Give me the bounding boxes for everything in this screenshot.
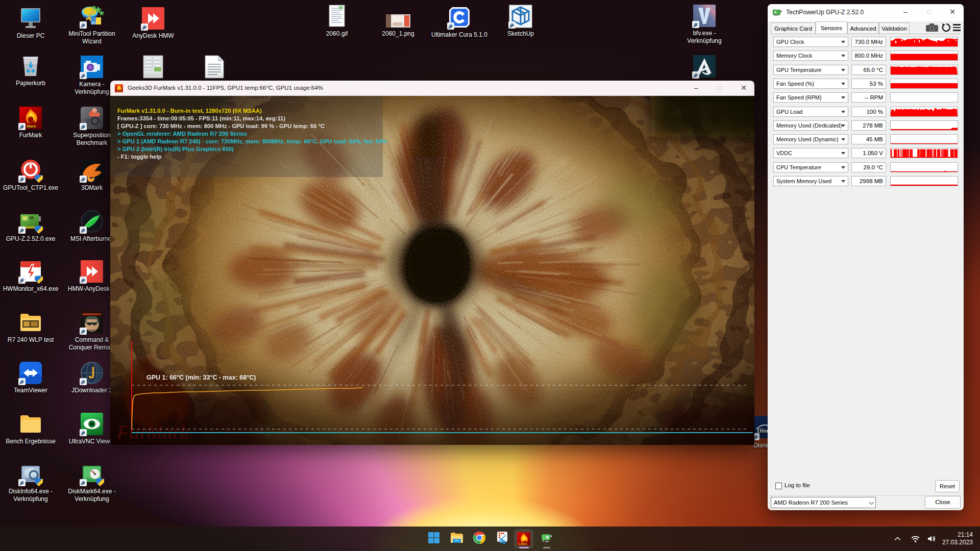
svg-text:FurMark: FurMark: [116, 90, 124, 92]
svg-text:GPU 1: 66°C (min: 33°C - max:: GPU 1: 66°C (min: 33°C - max: 68°C): [146, 374, 256, 381]
svg-text:FurMark: FurMark: [518, 543, 527, 545]
svg-text:Mark: Mark: [27, 124, 36, 129]
